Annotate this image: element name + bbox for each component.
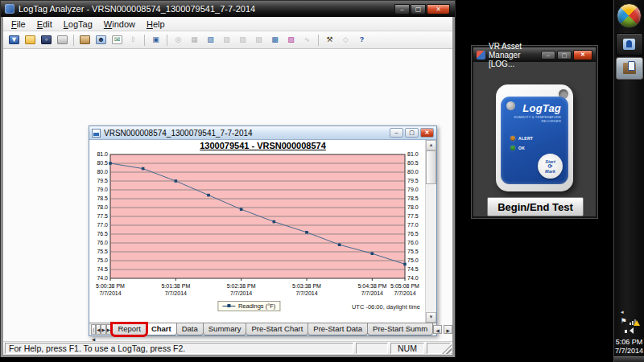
data-grid-icon: ▦ bbox=[189, 35, 200, 44]
scroll-up-icon[interactable]: ▲ bbox=[426, 140, 436, 150]
network-icon[interactable] bbox=[630, 318, 638, 325]
svg-text:81.0: 81.0 bbox=[407, 151, 419, 157]
chart-time-button[interactable]: ▧ bbox=[203, 33, 218, 47]
toolbar: ▼▫☻✉⇧▣◎▦▧▧▧▧▩▨∿⚒◇? bbox=[3, 31, 452, 49]
open-file-button[interactable] bbox=[23, 33, 38, 47]
vr-maximize-button[interactable]: ▢ bbox=[557, 51, 572, 60]
scroll-down-icon[interactable]: ▼ bbox=[426, 312, 436, 323]
menu-logtag[interactable]: LogTag bbox=[59, 19, 97, 30]
menu-edit[interactable]: Edit bbox=[32, 19, 57, 30]
minimize-button[interactable]: – bbox=[394, 4, 410, 14]
show-desktop-button[interactable] bbox=[614, 356, 644, 362]
send-mail-button[interactable]: ✉ bbox=[109, 33, 125, 47]
chart-window-titlebar[interactable]: VRSN000008574_1300079541_7-7-2014 – ▢ ✕ bbox=[89, 126, 436, 140]
taskbar-item-logtag-analyzer[interactable] bbox=[616, 33, 643, 56]
erase-button: ◇ bbox=[338, 33, 353, 47]
vertical-scrollbar[interactable]: ▲ ▼ bbox=[425, 140, 436, 323]
print-button[interactable] bbox=[55, 33, 70, 47]
svg-text:5:05:08 PM: 5:05:08 PM bbox=[390, 283, 419, 289]
chart-content: 1300079541 - VRSN000008574 81.081.080.58… bbox=[89, 140, 436, 323]
save-button[interactable]: ▫ bbox=[39, 33, 54, 47]
vr-close-button[interactable]: ✕ bbox=[573, 50, 592, 60]
svg-text:79.0: 79.0 bbox=[407, 187, 419, 192]
child-restore-button[interactable]: ▢ bbox=[405, 128, 419, 138]
context-help-icon: ? bbox=[357, 35, 367, 44]
tab-pre-start-chart[interactable]: Pre-Start Chart bbox=[246, 323, 308, 335]
tab-chart[interactable]: Chart bbox=[146, 323, 177, 335]
hidden-icons-arrow-icon[interactable]: ◂ bbox=[621, 309, 624, 315]
close-button[interactable]: ✕ bbox=[427, 4, 450, 14]
chart-window-title: VRSN000008574_1300079541_7-7-2014 bbox=[104, 129, 253, 138]
chart-overlay-button[interactable]: ▩ bbox=[267, 33, 283, 47]
svg-text:79.5: 79.5 bbox=[407, 178, 419, 183]
svg-text:7/7/2014: 7/7/2014 bbox=[394, 290, 415, 296]
svg-text:76.0: 76.0 bbox=[97, 240, 108, 245]
chart-line-icon: ∿ bbox=[302, 35, 312, 44]
toolbar-separator bbox=[318, 35, 319, 46]
tab-data[interactable]: Data bbox=[176, 323, 204, 335]
tab-report[interactable]: Report bbox=[112, 323, 147, 335]
vr-minimize-button[interactable]: – bbox=[541, 51, 555, 60]
maximize-button[interactable]: ▢ bbox=[411, 4, 426, 14]
clock[interactable]: 5:06 PM 7/7/2014 bbox=[615, 338, 643, 356]
tab-pre-start-summ[interactable]: Pre-Start Summ bbox=[367, 323, 433, 335]
chart-document-window: VRSN000008574_1300079541_7-7-2014 – ▢ ✕ … bbox=[89, 125, 437, 336]
menu-file[interactable]: File bbox=[6, 19, 31, 30]
start-button[interactable] bbox=[617, 3, 642, 28]
options-icon: ⚒ bbox=[324, 35, 335, 44]
vr-titlebar[interactable]: VR Asset Manager [LOG... – ▢ ✕ bbox=[473, 47, 596, 62]
menu-window[interactable]: Window bbox=[99, 19, 140, 30]
tab-scroll-left-icon[interactable]: ◀ bbox=[433, 325, 442, 334]
legend-label: Readings (°F) bbox=[238, 302, 275, 310]
taskbar-item-vr-asset-manager[interactable] bbox=[616, 57, 643, 80]
begin-end-test-button[interactable]: Begin/End Test bbox=[487, 197, 584, 216]
svg-text:77.0: 77.0 bbox=[97, 222, 108, 228]
child-close-button[interactable]: ✕ bbox=[420, 128, 434, 138]
svg-text:7/7/2014: 7/7/2014 bbox=[165, 290, 187, 296]
temperature-chart[interactable]: 81.081.080.580.580.080.079.579.579.079.0… bbox=[91, 151, 424, 301]
main-titlebar[interactable]: LogTag Analyzer - VRSN000008574_13000795… bbox=[1, 1, 455, 17]
svg-text:76.5: 76.5 bbox=[407, 231, 419, 237]
vr-asset-manager-window: VR Asset Manager [LOG... – ▢ ✕ LogTag HU… bbox=[472, 46, 597, 218]
copy-button[interactable]: ▣ bbox=[148, 33, 163, 47]
options-button[interactable]: ⚒ bbox=[322, 33, 337, 47]
chart-max-button: ▧ bbox=[235, 33, 250, 47]
status-help-text: For Help, press F1. To use a LogTag, pre… bbox=[5, 343, 353, 354]
utc-note: UTC -06:00, daylight time bbox=[352, 303, 420, 311]
chart-min-icon: ▧ bbox=[221, 35, 232, 44]
svg-text:77.5: 77.5 bbox=[407, 213, 419, 219]
svg-text:78.5: 78.5 bbox=[407, 195, 419, 201]
child-minimize-button[interactable]: – bbox=[390, 128, 403, 138]
svg-text:74.5: 74.5 bbox=[97, 266, 108, 272]
svg-text:75.5: 75.5 bbox=[97, 249, 108, 254]
ok-led-label: OK bbox=[518, 146, 525, 150]
logtag-device-image: LogTag HUMIDITY & TEMPERATURE RECORDER A… bbox=[496, 84, 573, 191]
alert-led-icon bbox=[510, 136, 515, 141]
svg-text:75.0: 75.0 bbox=[407, 257, 419, 263]
zoom-icon: ◎ bbox=[173, 35, 184, 44]
scrollbar-thumb[interactable] bbox=[426, 150, 436, 184]
profile-button[interactable]: ☻ bbox=[93, 33, 109, 47]
chart-humidity-button[interactable]: ▨ bbox=[283, 33, 299, 47]
upload-button: ⇧ bbox=[126, 33, 141, 47]
toolbar-separator bbox=[144, 35, 145, 46]
mark-label: Mark bbox=[545, 169, 555, 174]
menu-help[interactable]: Help bbox=[142, 19, 170, 30]
context-help-button[interactable]: ? bbox=[354, 33, 369, 47]
svg-text:7/7/2014: 7/7/2014 bbox=[99, 290, 121, 296]
system-tray: ◂ ⚑ 5:06 PM 7/7/2014 bbox=[614, 309, 644, 356]
svg-text:5:02:38 PM: 5:02:38 PM bbox=[227, 283, 256, 289]
volume-icon[interactable] bbox=[625, 327, 634, 335]
legend-row: Readings (°F) UTC -06:00, daylight time bbox=[89, 301, 423, 312]
svg-text:7/7/2014: 7/7/2014 bbox=[361, 290, 383, 296]
chart-line-button: ∿ bbox=[299, 33, 315, 47]
tab-scroll-right-icon[interactable]: ▶ bbox=[444, 325, 452, 334]
tab-nav-last-icon[interactable]: ▶| bbox=[106, 324, 113, 335]
action-center-flag-icon[interactable]: ⚑ bbox=[620, 317, 626, 325]
tab-summary[interactable]: Summary bbox=[203, 323, 247, 335]
tab-pre-start-data[interactable]: Pre-Start Data bbox=[308, 323, 368, 335]
svg-text:80.0: 80.0 bbox=[407, 169, 419, 175]
svg-text:74.5: 74.5 bbox=[407, 266, 419, 272]
download-logtag-button[interactable]: ▼ bbox=[6, 33, 22, 47]
wizard-button[interactable] bbox=[77, 33, 93, 47]
